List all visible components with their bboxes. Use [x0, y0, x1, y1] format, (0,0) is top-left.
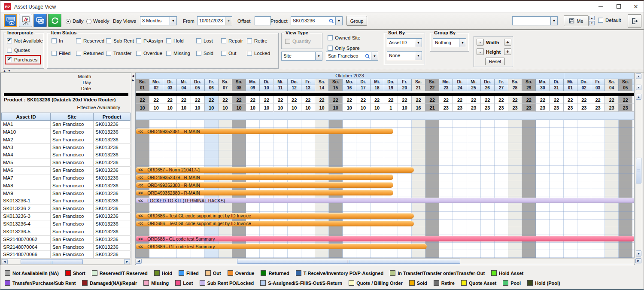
reset-button[interactable]: Reset	[485, 58, 505, 65]
date-cell[interactable]: 12	[288, 85, 301, 91]
date-cell[interactable]: 31	[550, 85, 564, 91]
day-name-cell[interactable]: Mo.	[439, 79, 453, 85]
asset-table-hscrollbar[interactable]: ◀ || ▶	[1, 259, 131, 265]
asset-view-icon[interactable]	[4, 14, 17, 27]
day-name-cell[interactable]: Mi.	[177, 79, 191, 85]
date-cell[interactable]: 05	[191, 85, 205, 91]
day-name-cell[interactable]: Di.	[260, 79, 273, 85]
item-status-in[interactable]: In	[52, 38, 76, 43]
day-name-cell[interactable]: Sa.	[605, 79, 619, 85]
table-row[interactable]: MA4San FranciscoSK013236	[1, 151, 131, 159]
hscrollbar-thumb[interactable]: ||	[237, 259, 460, 264]
scroll-up-icon[interactable]: ▲	[636, 94, 641, 100]
table-row[interactable]: MA10San FranciscoSK013236	[1, 128, 131, 136]
splitter-up-icon[interactable]: ▲	[3, 69, 6, 72]
checkbox[interactable]	[76, 51, 81, 56]
date-cell[interactable]: 01	[564, 85, 577, 91]
date-cell[interactable]: 20	[398, 85, 412, 91]
day-name-cell[interactable]: Fr.	[591, 79, 605, 85]
day-name-cell[interactable]: Mi.	[467, 79, 481, 85]
date-cell[interactable]: 25	[467, 85, 481, 91]
from-date-field[interactable]: 10/01/2023▼	[197, 16, 232, 25]
checkbox[interactable]	[52, 51, 57, 56]
incorporate-item-not-available[interactable]: Not Available	[7, 38, 43, 43]
scroll-right-icon[interactable]: ▶	[124, 259, 130, 264]
date-cell[interactable]: 03	[163, 85, 177, 91]
day-name-cell[interactable]: So.	[522, 79, 536, 85]
column-header-product[interactable]: Product	[94, 113, 131, 121]
day-name-cell[interactable]: Do.	[384, 79, 398, 85]
maximize-button[interactable]	[612, 1, 625, 12]
checkbox[interactable]	[166, 51, 171, 56]
date-cell[interactable]: 11	[274, 85, 288, 91]
day-name-cell[interactable]: Do.	[288, 79, 301, 85]
gantt-bar[interactable]: <<ORD686 - Test GL code support in get b…	[136, 221, 414, 226]
chevron-down-icon[interactable]: ▼	[225, 17, 232, 25]
date-cell[interactable]: 04	[605, 85, 619, 91]
collapse-left-icon[interactable]: ◀	[132, 74, 134, 78]
site-type-select[interactable]: Site▼	[281, 52, 322, 61]
panel-divider[interactable]: ◀ ▶	[131, 73, 135, 265]
scroll-down-icon[interactable]: ▼	[636, 85, 641, 90]
date-cell[interactable]: 05	[619, 85, 632, 91]
date-cell[interactable]: 21	[412, 85, 425, 91]
item-status-lost[interactable]: Lost	[196, 38, 221, 43]
date-cell[interactable]: 22	[425, 85, 439, 91]
height-plus-button[interactable]: +	[504, 48, 511, 55]
checkbox[interactable]	[7, 48, 12, 53]
sort-by-secondary-select[interactable]: None▼	[387, 51, 422, 60]
scroll-left-icon[interactable]: ◀	[136, 259, 142, 264]
table-row[interactable]: SK013236-5San FranciscoSK013236	[1, 228, 131, 236]
group-by-select[interactable]: Nothing▼	[433, 38, 466, 47]
scroll-right-icon[interactable]: ▶	[635, 258, 641, 263]
date-cell[interactable]: 07	[219, 85, 232, 91]
checkbox[interactable]	[52, 38, 57, 43]
checkbox[interactable]	[166, 38, 171, 43]
item-status-returned[interactable]: Returned	[76, 51, 106, 56]
date-cell[interactable]: 02	[149, 85, 163, 91]
offset-input[interactable]	[255, 16, 271, 25]
date-cell[interactable]: 24	[453, 85, 467, 91]
day-name-cell[interactable]: Di.	[163, 79, 177, 85]
day-name-cell[interactable]: Mi.	[371, 79, 384, 85]
checkbox[interactable]	[247, 38, 252, 43]
day-name-cell[interactable]: Fr.	[301, 79, 315, 85]
close-button[interactable]: ✕	[629, 1, 642, 12]
spinner-up-icon[interactable]: ▲	[589, 16, 595, 20]
item-status-locked[interactable]: Locked	[247, 51, 273, 56]
day-name-cell[interactable]: Mo.	[343, 79, 356, 85]
day-name-cell[interactable]: Fr.	[205, 79, 219, 85]
gantt-bar[interactable]: <<ORD499352381 - R-MAIN	[136, 128, 393, 134]
table-row[interactable]: MA2San FranciscoSK013236	[1, 136, 131, 144]
gantt-vscrollbar[interactable]: ▲ || ▼	[635, 93, 642, 257]
day-views-select[interactable]: 3 Months▼	[140, 16, 177, 25]
weekly-radio[interactable]	[86, 19, 91, 24]
day-name-cell[interactable]: So.	[619, 79, 632, 85]
table-row[interactable]: SK013236-1San FranciscoSK013236	[1, 197, 131, 205]
column-header-site[interactable]: Site	[51, 113, 94, 121]
item-status-missing[interactable]: Missing	[166, 51, 196, 56]
gantt-bar[interactable]: <<ORD499352379 - R-MAIN	[136, 174, 393, 180]
checkbox[interactable]	[136, 51, 141, 56]
date-cell[interactable]: 03	[591, 85, 605, 91]
checkbox[interactable]	[106, 38, 111, 43]
day-name-cell[interactable]: Sa.	[219, 79, 232, 85]
gantt-bar[interactable]: <<ORD499352380 - R-MAIN	[136, 182, 393, 188]
day-name-cell[interactable]: Sa.	[508, 79, 522, 85]
spinner-down-icon[interactable]: ▼	[589, 21, 595, 25]
chevron-down-icon[interactable]: ▼	[315, 52, 322, 60]
checkbox[interactable]	[221, 38, 226, 43]
gantt-bar[interactable]: <<ORD689 - GL code test Summary	[136, 244, 427, 249]
date-cell[interactable]: 10	[260, 85, 273, 91]
table-row[interactable]: MA8San FranciscoSK013236	[1, 182, 131, 190]
only-spare-checkbox[interactable]	[328, 46, 333, 51]
day-name-cell[interactable]: Sa.	[412, 79, 425, 85]
day-name-cell[interactable]: Do.	[191, 79, 205, 85]
header-vscrollbar[interactable]: ▲ ▼	[635, 73, 642, 91]
date-cell[interactable]: 09	[246, 85, 260, 91]
scroll-left-icon[interactable]: ◀	[2, 259, 8, 264]
item-status-filled[interactable]: Filled	[52, 51, 76, 56]
day-name-cell[interactable]: Sa.	[315, 79, 329, 85]
only-spare-row[interactable]: Only Spare	[328, 46, 360, 51]
collapse-right-icon[interactable]: ▶	[132, 79, 134, 82]
